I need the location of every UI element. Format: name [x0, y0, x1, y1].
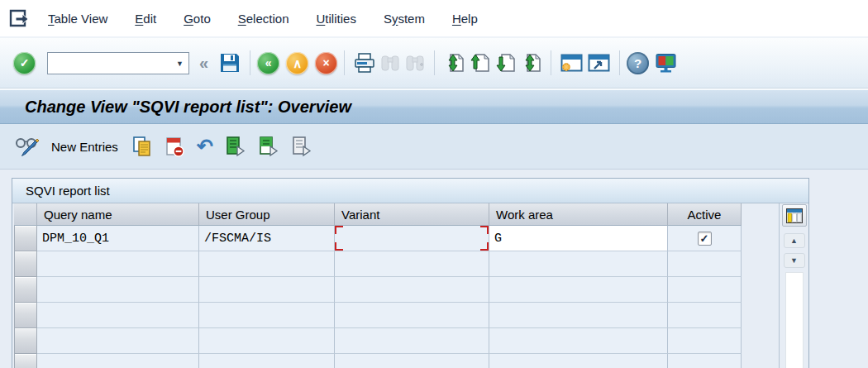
display-change-toggle-button[interactable] [10, 133, 45, 160]
application-toolbar: New Entries ↶ [0, 124, 868, 170]
last-page-button[interactable] [521, 53, 541, 73]
create-shortcut-button[interactable] [588, 54, 610, 73]
cell-variant[interactable] [335, 328, 489, 354]
row-selector[interactable] [14, 354, 37, 368]
system-menu-icon[interactable] [8, 8, 30, 28]
scrollbar-track[interactable] [785, 272, 804, 368]
cell-user-group[interactable] [199, 328, 335, 354]
cell-user-group[interactable] [199, 277, 335, 303]
menu-goto[interactable]: Goto [184, 12, 211, 26]
cell-variant[interactable] [335, 226, 489, 251]
cell-query-name[interactable] [37, 328, 199, 354]
select-all-button[interactable] [221, 133, 250, 160]
cell-active[interactable] [668, 354, 742, 368]
back-button[interactable]: « [257, 52, 279, 74]
column-header-work-area[interactable]: Work area [489, 203, 668, 226]
customize-layout-button[interactable] [655, 53, 677, 74]
cell-work-area[interactable] [489, 354, 668, 368]
scroll-up-button[interactable]: ▲ [784, 233, 805, 248]
selection-bracket [480, 226, 489, 234]
collapse-toolbar-icon[interactable]: « [199, 54, 208, 73]
cell-active[interactable] [668, 251, 742, 277]
print-button[interactable] [354, 53, 375, 74]
row-selector[interactable] [14, 251, 37, 277]
cell-work-area[interactable] [489, 277, 668, 303]
back-icon: « [265, 56, 272, 69]
scroll-down-button[interactable]: ▼ [784, 253, 805, 268]
binoculars-icon [380, 54, 400, 72]
select-block-button[interactable] [254, 133, 284, 160]
triangle-down-icon: ▼ [790, 256, 798, 265]
menu-selection[interactable]: Selection [238, 12, 289, 26]
cell-user-group[interactable] [199, 303, 335, 328]
help-button[interactable]: ? [627, 52, 649, 74]
undo-button[interactable]: ↶ [193, 133, 217, 160]
monitor-icon [655, 53, 677, 74]
menu-utilities[interactable]: Utilities [316, 12, 355, 26]
cell-active[interactable] [668, 303, 742, 328]
menu-table-view[interactable]: Table View [48, 12, 107, 26]
deselect-all-icon [291, 136, 312, 157]
glasses-pencil-icon [14, 136, 41, 158]
column-header-query-name[interactable]: Query name [37, 203, 199, 226]
previous-page-button[interactable] [470, 53, 490, 73]
table-rows: DPM_10_Q1/FSCMA/ISG✓ [14, 226, 779, 368]
find-button[interactable] [380, 54, 400, 72]
delete-row-button[interactable] [160, 133, 189, 160]
floppy-icon [219, 52, 241, 74]
copy-as-button[interactable] [128, 133, 157, 160]
table-title: SQVI report list [12, 179, 808, 203]
deselect-all-button[interactable] [287, 133, 317, 160]
select-all-rows-header[interactable] [14, 203, 37, 226]
save-button[interactable] [219, 52, 241, 74]
separator [250, 50, 250, 75]
command-dropdown-icon[interactable]: ▼ [176, 60, 184, 68]
cell-work-area[interactable] [489, 251, 668, 277]
command-field-input[interactable] [50, 54, 166, 73]
row-selector[interactable] [14, 328, 37, 354]
cell-active[interactable]: ✓ [668, 226, 742, 251]
cell-query-name[interactable] [37, 277, 199, 303]
cell-active[interactable] [668, 277, 742, 303]
enter-button[interactable]: ✓ [13, 52, 36, 74]
column-header-user-group[interactable]: User Group [199, 203, 335, 226]
cell-variant[interactable] [335, 354, 489, 368]
table-row [14, 354, 779, 368]
cell-user-group[interactable] [199, 251, 335, 277]
cell-work-area[interactable]: G [489, 226, 668, 251]
find-next-button[interactable] [405, 54, 425, 72]
row-selector[interactable] [14, 277, 37, 303]
question-icon: ? [634, 56, 641, 70]
first-page-button[interactable] [444, 53, 465, 73]
cell-work-area[interactable] [489, 303, 668, 328]
row-selector[interactable] [14, 226, 37, 251]
menu-help[interactable]: Help [452, 12, 478, 26]
cell-query-name[interactable] [37, 354, 199, 368]
binoculars-plus-icon [405, 54, 425, 72]
table-settings-button[interactable] [782, 204, 807, 227]
cell-variant[interactable] [335, 303, 489, 328]
cell-query-name[interactable] [37, 251, 199, 277]
active-checkbox[interactable]: ✓ [698, 232, 712, 246]
cell-variant[interactable] [335, 277, 489, 303]
column-header-active[interactable]: Active [668, 203, 742, 226]
cancel-button[interactable]: × [315, 52, 337, 74]
cell-query-name[interactable] [37, 303, 199, 328]
new-session-button[interactable] [560, 54, 583, 73]
next-page-button[interactable] [495, 53, 516, 73]
column-header-variant[interactable]: Variant [335, 203, 489, 226]
table-row [14, 277, 779, 303]
cell-active[interactable] [668, 328, 742, 354]
exit-button[interactable]: ∧ [286, 52, 308, 74]
cell-variant[interactable] [335, 251, 489, 277]
page-down-icon [495, 53, 516, 73]
cell-work-area[interactable] [489, 328, 668, 354]
table-row [14, 303, 779, 328]
new-entries-button[interactable]: New Entries [51, 140, 118, 154]
cell-query-name[interactable]: DPM_10_Q1 [37, 226, 199, 251]
cell-user-group[interactable] [199, 354, 335, 368]
menu-system[interactable]: System [384, 12, 425, 26]
cell-user-group[interactable]: /FSCMA/IS [199, 226, 335, 251]
row-selector[interactable] [14, 303, 37, 328]
menu-edit[interactable]: Edit [135, 12, 156, 26]
